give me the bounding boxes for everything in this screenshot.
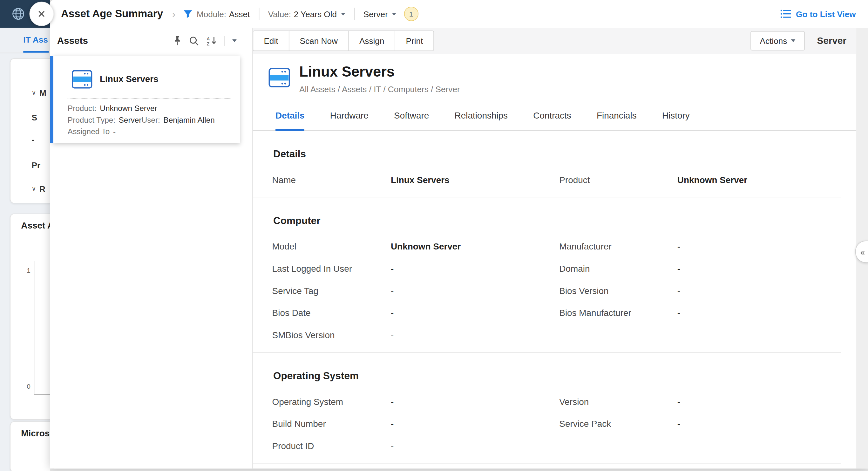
tab-history[interactable]: History [662, 111, 690, 130]
chevron-down-icon [791, 39, 796, 42]
entity-dropdown[interactable]: Server [364, 9, 396, 19]
breadcrumb-chevron-icon: › [172, 8, 176, 20]
tab-details[interactable]: Details [275, 111, 305, 131]
user-value: Benjamin Allen [163, 115, 215, 124]
field-value: - [677, 264, 856, 274]
globe-icon [11, 7, 25, 23]
tab-it-assets[interactable]: IT Ass [23, 35, 48, 45]
detail-header: Linux Servers All Assets / Assets / IT /… [253, 54, 857, 104]
field-label: Name [272, 175, 391, 185]
form-item-label: - [31, 135, 34, 144]
field-label: Service Tag [272, 286, 391, 296]
value-selected: 2 Years Old [294, 9, 337, 19]
print-button[interactable]: Print [395, 30, 434, 51]
field-label: Last Logged In User [272, 264, 391, 274]
divider [225, 36, 225, 46]
scan-now-button[interactable]: Scan Now [289, 30, 349, 51]
field-value: Unknown Server [677, 175, 856, 185]
section-title: Details [273, 149, 856, 160]
field-label: Domain [559, 264, 677, 274]
field-row: Last Logged In User - Domain - [253, 258, 857, 280]
list-options-dropdown[interactable] [232, 39, 237, 42]
module-label: Module: [197, 9, 226, 19]
go-to-list-view-label: Go to List View [796, 9, 856, 19]
edit-button[interactable]: Edit [253, 30, 289, 51]
field-label: SMBios Version [272, 330, 391, 341]
field-value: - [391, 308, 559, 318]
field-row: SMBios Version - [253, 324, 857, 347]
divider [253, 197, 841, 197]
product-type-value: Server [119, 115, 142, 124]
actions-label: Actions [760, 36, 787, 46]
divider [259, 8, 259, 20]
product-type-label: Product Type: [68, 115, 115, 124]
field-label: Bios Date [272, 308, 391, 318]
server-icon [268, 66, 291, 91]
field-value: - [391, 286, 559, 296]
field-value: - [391, 397, 559, 407]
breadcrumb: All Assets / Assets / IT / Computers / S… [299, 84, 460, 94]
section-title: Computer [273, 215, 856, 227]
chart-y-axis [34, 261, 34, 394]
chevron-down-icon: ∨ [31, 185, 36, 193]
background-page: IT Ass ∨ M S - Pr ∨ R Asset A 1 0 Mi [0, 28, 50, 471]
search-icon[interactable] [189, 36, 199, 46]
assets-list-title: Assets [57, 35, 88, 47]
chevron-down-icon [392, 12, 396, 15]
asset-detail-panel: Edit Scan Now Assign Print Actions Serve… [253, 28, 857, 468]
asset-meta: Product:Unknown Server Product Type:Serv… [68, 102, 215, 138]
field-value: Linux Servers [391, 175, 559, 185]
chart-y-tick: 0 [19, 383, 31, 390]
list-icon [780, 9, 792, 19]
background-form-item: S [31, 113, 37, 122]
asset-age-chart-panel: Asset A 1 0 [10, 213, 50, 420]
field-label: Bios Version [559, 286, 677, 296]
field-value: Unknown Server [391, 242, 559, 252]
value-dropdown[interactable]: 2 Years Old [294, 9, 345, 19]
server-icon [71, 68, 93, 93]
tab-software[interactable]: Software [394, 111, 429, 130]
chart-x-axis [34, 394, 50, 395]
section-title: Operating System [273, 370, 856, 382]
tab-financials[interactable]: Financials [597, 111, 637, 130]
tab-relationships[interactable]: Relationships [454, 111, 508, 130]
asset-list-item[interactable]: Linux Servers Product:Unknown Server Pro… [53, 56, 240, 143]
background-bottom-panel: Micros [10, 421, 50, 471]
tab-contracts[interactable]: Contracts [533, 111, 571, 130]
field-value: - [391, 441, 559, 451]
field-value: - [391, 264, 559, 274]
pin-icon[interactable] [173, 36, 182, 46]
section-details: Details Name Linux Servers Product Unkno… [253, 149, 857, 198]
section-operating-system: Operating System Operating System - Vers… [253, 370, 857, 463]
assets-list-header: Assets [50, 28, 252, 54]
background-form-item: ∨ M [31, 88, 46, 97]
svg-text:Z: Z [207, 41, 210, 46]
overlay-body: Assets [50, 28, 868, 468]
actions-button[interactable]: Actions [750, 31, 805, 51]
asset-detail-overlay: × Asset Age Summary › Module: Asset Valu… [50, 0, 868, 468]
field-row: Product ID - [253, 435, 857, 457]
tab-hardware[interactable]: Hardware [330, 111, 369, 130]
field-label: Operating System [272, 397, 391, 407]
asset-type-label: Server [817, 35, 846, 47]
divider [68, 98, 231, 99]
field-label: Model [272, 242, 391, 252]
background-form-panel [10, 58, 50, 203]
background-form-item: Pr [31, 160, 40, 170]
user-label: User: [142, 115, 160, 124]
divider [253, 463, 841, 464]
chart-y-tick: 1 [19, 267, 31, 274]
go-to-list-view-link[interactable]: Go to List View [780, 9, 856, 19]
field-value: - [391, 330, 559, 341]
assets-list-tools: A Z [173, 36, 237, 46]
filter-icon [183, 10, 192, 18]
assets-list-panel: Assets [50, 28, 253, 468]
bottom-panel-title: Micros [21, 429, 50, 439]
chevron-down-icon [341, 12, 345, 15]
field-label: Bios Manufacturer [559, 308, 677, 318]
field-row: Bios Date - Bios Manufacturer - [253, 302, 857, 324]
assign-button[interactable]: Assign [348, 30, 395, 51]
sort-az-icon[interactable]: A Z [206, 36, 217, 46]
close-button[interactable]: × [29, 2, 54, 26]
asset-type-user-line: Product Type:ServerUser:Benjamin Allen [68, 114, 215, 126]
